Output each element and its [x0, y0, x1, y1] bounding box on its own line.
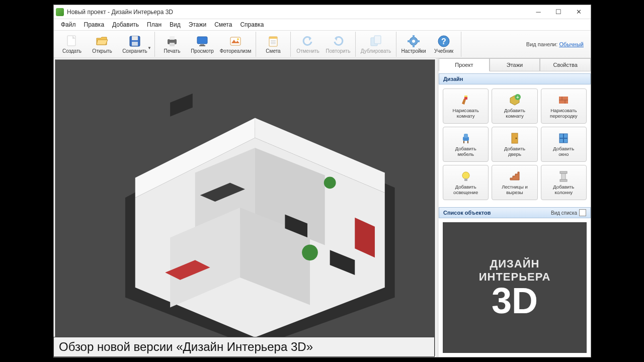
photo-icon: [228, 35, 243, 48]
menu-view[interactable]: Вид: [166, 20, 185, 29]
monitor-icon: [195, 35, 209, 48]
svg-rect-44: [464, 96, 467, 97]
notepad-icon: [266, 35, 280, 48]
svg-rect-8: [200, 44, 204, 45]
svg-rect-55: [467, 141, 468, 143]
printer-icon: [165, 35, 179, 48]
menu-help[interactable]: Справка: [236, 20, 268, 29]
draw-room-button[interactable]: Нарисовать комнату: [443, 88, 489, 124]
svg-rect-64: [560, 171, 567, 173]
svg-rect-42: [170, 94, 193, 117]
svg-rect-9: [199, 45, 205, 46]
svg-point-37: [324, 176, 336, 189]
menu-file[interactable]: Файл: [57, 20, 80, 29]
svg-rect-62: [464, 178, 467, 181]
tab-project[interactable]: Проект: [439, 58, 490, 71]
add-room-button[interactable]: + Добавить комнату: [492, 88, 537, 124]
svg-rect-13: [269, 37, 277, 39]
save-button[interactable]: Сохранить ▼: [117, 32, 152, 57]
settings-button[interactable]: Настройки: [398, 32, 429, 57]
wall-icon: [556, 93, 571, 107]
svg-rect-0: [67, 36, 75, 46]
folder-open-icon: [95, 35, 109, 48]
svg-rect-18: [374, 36, 381, 44]
preview-button[interactable]: Просмотр: [187, 32, 217, 57]
estimate-button[interactable]: Смета: [258, 32, 288, 57]
add-column-button[interactable]: Добавить колонну: [541, 165, 587, 200]
add-furniture-button[interactable]: Добавить мебель: [443, 127, 489, 162]
redo-button[interactable]: Повторить: [323, 32, 353, 57]
svg-rect-6: [170, 43, 175, 46]
svg-rect-5: [170, 36, 175, 40]
svg-rect-21: [413, 35, 415, 38]
svg-rect-22: [413, 45, 415, 47]
bulb-icon: [458, 169, 473, 184]
dropdown-arrow-icon: ▼: [147, 46, 151, 50]
app-window: Новый проект - Дизайн Интерьера 3D ─ ☐ ✕…: [53, 5, 591, 357]
svg-rect-24: [417, 40, 420, 42]
add-lighting-button[interactable]: Добавить освещение: [443, 165, 489, 200]
menu-estimate[interactable]: Смета: [210, 20, 236, 29]
svg-point-61: [462, 172, 469, 179]
svg-point-57: [515, 138, 517, 139]
close-button[interactable]: ✕: [569, 6, 589, 19]
app-icon: [56, 8, 64, 16]
side-panel: Проект Этажи Свойства Дизайн Нарисовать …: [439, 58, 591, 357]
menubar: Файл Правка Добавить План Вид Этажи Смет…: [54, 19, 591, 30]
video-caption: Обзор новой версии «Дизайн Интерьера 3D»: [53, 337, 435, 357]
viewport-3d[interactable]: [55, 59, 435, 356]
svg-point-11: [237, 38, 239, 40]
print-button[interactable]: Печать: [157, 32, 187, 57]
svg-rect-2: [132, 36, 138, 40]
redo-icon: [331, 35, 345, 48]
promo-banner: ДИЗАЙН ИНТЕРЬЕРА 3D: [443, 222, 587, 353]
save-icon: [128, 35, 142, 48]
minimize-button[interactable]: ─: [528, 6, 548, 19]
svg-rect-10: [230, 37, 240, 45]
panel-mode-link[interactable]: Обычный: [559, 41, 584, 47]
duplicate-icon: [369, 35, 383, 48]
undo-icon: [301, 35, 315, 48]
svg-rect-7: [197, 37, 207, 44]
menu-plan[interactable]: План: [143, 20, 166, 29]
add-door-button[interactable]: Добавить дверь: [492, 127, 537, 162]
titlebar: Новый проект - Дизайн Интерьера 3D ─ ☐ ✕: [54, 5, 591, 19]
menu-edit[interactable]: Правка: [80, 20, 109, 29]
svg-rect-54: [463, 141, 464, 143]
column-icon: [556, 169, 571, 184]
svg-rect-23: [408, 40, 410, 42]
svg-rect-63: [561, 173, 566, 180]
menu-add[interactable]: Добавить: [108, 20, 143, 29]
svg-point-36: [302, 244, 318, 260]
design-panel-header: Дизайн: [439, 73, 591, 84]
object-list-header: Список объектов Вид списка: [439, 207, 591, 218]
draw-partition-button[interactable]: Нарисовать перегородку: [541, 88, 587, 124]
window-title: Новый проект - Дизайн Интерьера 3D: [67, 9, 528, 16]
photorealism-button[interactable]: Фотореализм: [217, 32, 254, 57]
svg-text:+: +: [516, 95, 519, 100]
panel-mode: Вид панели: Обычный: [526, 41, 588, 47]
create-button[interactable]: Создать: [57, 32, 87, 57]
add-room-icon: +: [507, 93, 522, 107]
brush-icon: [458, 93, 473, 107]
svg-rect-3: [132, 42, 138, 46]
menu-floors[interactable]: Этажи: [185, 20, 210, 29]
undo-button[interactable]: Отменить: [293, 32, 323, 57]
stairs-button[interactable]: Лестницы и вырезы: [492, 165, 537, 200]
stairs-icon: [507, 169, 522, 184]
helpbook-button[interactable]: ? Учебник: [429, 32, 459, 57]
svg-text:?: ?: [441, 37, 446, 46]
floorplan-render: [55, 60, 435, 355]
tab-properties[interactable]: Свойства: [540, 58, 591, 71]
list-view-toggle[interactable]: [579, 209, 586, 216]
svg-point-20: [412, 40, 415, 43]
open-button[interactable]: Открыть: [87, 32, 117, 57]
tab-floors[interactable]: Этажи: [490, 58, 540, 71]
svg-rect-65: [560, 179, 567, 182]
add-window-button[interactable]: Добавить окно: [541, 127, 587, 162]
duplicate-button[interactable]: Дублировать: [358, 32, 394, 57]
maximize-button[interactable]: ☐: [548, 6, 569, 19]
door-icon: [507, 131, 522, 145]
chair-icon: [458, 131, 473, 145]
gear-icon: [407, 35, 421, 48]
